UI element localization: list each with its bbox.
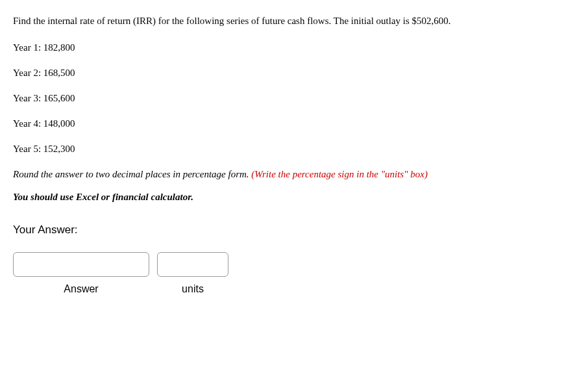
rounding-instruction: Round the answer to two decimal places i… [13,169,575,180]
question-intro: Find the internal rate of return (IRR) f… [13,12,575,31]
units-input-label: units [182,283,204,295]
answer-input[interactable] [13,252,149,277]
cash-flow-year-4: Year 4: 148,000 [13,118,575,129]
answer-section: Answer units [13,252,575,295]
units-input-group: units [157,252,228,295]
rounding-instruction-text: Round the answer to two decimal places i… [13,169,251,179]
cash-flow-year-5: Year 5: 152,300 [13,144,575,155]
your-answer-label: Your Answer: [13,224,575,237]
cash-flow-year-1: Year 1: 182,800 [13,42,575,53]
calculator-note: You should use Excel or financial calcul… [13,192,575,203]
answer-input-group: Answer [13,252,149,295]
cash-flow-year-2: Year 2: 168,500 [13,68,575,79]
units-input[interactable] [157,252,228,277]
rounding-instruction-hint: (Write the percentage sign in the "units… [251,169,428,179]
answer-input-label: Answer [64,283,98,295]
cash-flow-year-3: Year 3: 165,600 [13,93,575,104]
